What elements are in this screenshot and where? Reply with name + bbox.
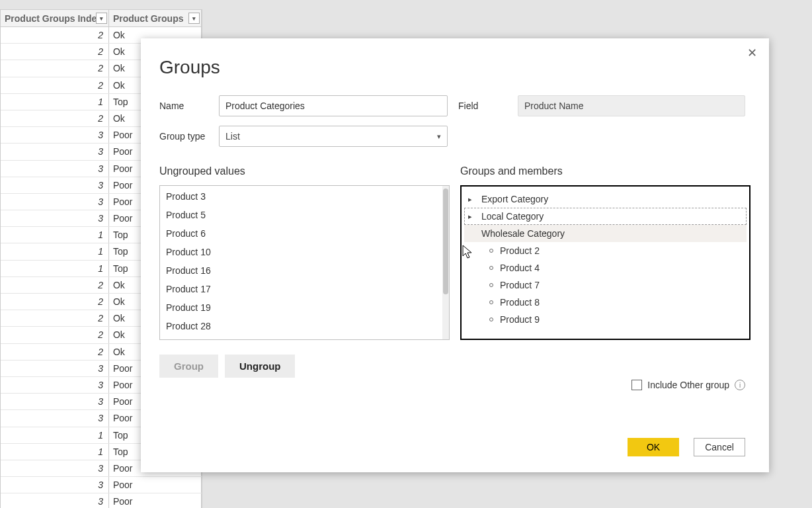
table-row: 3Poor: [1, 493, 202, 508]
list-item[interactable]: Product 10: [160, 243, 449, 261]
groups-tree[interactable]: ▸Export Category▸Local CategoryWholesale…: [460, 185, 751, 340]
bullet-icon: [489, 300, 493, 304]
field-readonly: Product Name: [518, 95, 745, 116]
close-icon[interactable]: ✕: [744, 45, 760, 61]
groups-title: Groups and members: [460, 165, 751, 177]
list-item[interactable]: Product 28: [160, 317, 449, 335]
list-item[interactable]: Product 5: [160, 206, 449, 224]
table-row: 3Poor: [1, 477, 202, 493]
bullet-icon: [489, 266, 493, 270]
cell-group: Poor: [109, 493, 202, 508]
member-label: Product 8: [500, 295, 540, 310]
cell-index: 3: [1, 127, 109, 143]
name-label: Name: [159, 101, 219, 111]
group-type-value: List: [225, 131, 240, 142]
name-input[interactable]: [219, 95, 448, 116]
list-item[interactable]: Product 6: [160, 224, 449, 243]
col-header-label: Product Groups: [113, 13, 184, 24]
group-row[interactable]: ▸Export Category: [464, 190, 747, 208]
ungroup-button[interactable]: Ungroup: [225, 355, 295, 378]
info-icon[interactable]: i: [735, 380, 745, 390]
cell-index: 2: [1, 110, 109, 126]
scrollbar[interactable]: [442, 186, 449, 339]
cell-index: 3: [1, 194, 109, 210]
field-value: Product Name: [524, 101, 583, 111]
caret-right-icon[interactable]: ▸: [468, 192, 475, 206]
list-item[interactable]: Product 19: [160, 298, 449, 317]
cell-index: 2: [1, 344, 109, 360]
cell-index: 3: [1, 360, 109, 376]
col-header-groups[interactable]: Product Groups ▾: [109, 10, 202, 26]
ungrouped-listbox[interactable]: Product 3Product 5Product 6Product 10Pro…: [159, 185, 450, 340]
table-header-row: Product Groups Index ▾ Product Groups ▾: [1, 10, 202, 27]
col-header-label: Product Groups Index: [5, 13, 102, 24]
cell-group: Poor: [109, 477, 202, 493]
list-item[interactable]: Product 3: [160, 187, 449, 206]
cell-index: 2: [1, 310, 109, 326]
scroll-thumb[interactable]: [443, 189, 448, 294]
member-row[interactable]: Product 8: [464, 294, 747, 311]
list-item[interactable]: Product 29: [160, 335, 449, 339]
member-label: Product 9: [500, 312, 540, 327]
member-label: Product 2: [500, 243, 540, 258]
bullet-icon: [489, 318, 493, 321]
member-row[interactable]: Product 7: [464, 276, 747, 294]
cell-index: 3: [1, 377, 109, 393]
list-item[interactable]: Product 17: [160, 280, 449, 298]
ok-button[interactable]: OK: [628, 438, 679, 456]
member-label: Product 4: [500, 261, 540, 275]
cell-index: 3: [1, 477, 109, 493]
group-label: Wholesale Category: [481, 226, 565, 241]
cell-index: 1: [1, 444, 109, 460]
chevron-down-icon[interactable]: ▾: [188, 13, 200, 24]
caret-right-icon[interactable]: ▸: [468, 209, 475, 224]
cell-index: 3: [1, 210, 109, 226]
bullet-icon: [489, 283, 493, 287]
include-other-label: Include Other group: [647, 380, 729, 390]
cell-index: 3: [1, 410, 109, 426]
group-type-select[interactable]: List ▾: [219, 126, 448, 147]
cell-index: 3: [1, 394, 109, 409]
member-row[interactable]: Product 4: [464, 259, 747, 276]
cell-index: 1: [1, 94, 109, 110]
cell-index: 2: [1, 277, 109, 293]
ungrouped-title: Ungrouped values: [159, 165, 450, 177]
group-type-label: Group type: [159, 131, 219, 142]
list-item[interactable]: Product 16: [160, 261, 449, 280]
group-button[interactable]: Group: [159, 355, 218, 378]
cell-index: 2: [1, 60, 109, 76]
member-row[interactable]: Product 9: [464, 311, 747, 328]
cell-index: 3: [1, 460, 109, 476]
dialog-title: Groups: [159, 57, 751, 78]
bullet-icon: [489, 249, 493, 253]
member-row[interactable]: Product 2: [464, 242, 747, 259]
cell-index: 2: [1, 294, 109, 310]
cell-index: 3: [1, 161, 109, 177]
cell-index: 1: [1, 427, 109, 443]
cell-index: 1: [1, 261, 109, 276]
chevron-down-icon: ▾: [437, 132, 441, 141]
chevron-down-icon[interactable]: ▾: [96, 13, 107, 24]
groups-dialog: ✕ Groups Name Field Product Name Group t…: [141, 38, 769, 472]
group-row[interactable]: Wholesale Category: [464, 225, 747, 242]
member-label: Product 7: [500, 278, 540, 292]
col-header-index[interactable]: Product Groups Index ▾: [1, 10, 109, 26]
group-label: Local Category: [481, 209, 544, 224]
group-row[interactable]: ▸Local Category: [464, 208, 747, 225]
group-label: Export Category: [481, 192, 548, 206]
include-other-checkbox[interactable]: [631, 380, 642, 390]
cell-index: 1: [1, 227, 109, 243]
cell-index: 2: [1, 27, 109, 43]
cell-index: 2: [1, 77, 109, 93]
cell-index: 2: [1, 44, 109, 60]
cell-index: 3: [1, 144, 109, 159]
cell-index: 3: [1, 177, 109, 193]
cancel-button[interactable]: Cancel: [694, 438, 745, 456]
field-label: Field: [458, 101, 518, 111]
include-other-row[interactable]: Include Other group i: [631, 380, 745, 390]
cell-index: 3: [1, 493, 109, 508]
cell-index: 2: [1, 327, 109, 343]
cell-index: 1: [1, 243, 109, 259]
